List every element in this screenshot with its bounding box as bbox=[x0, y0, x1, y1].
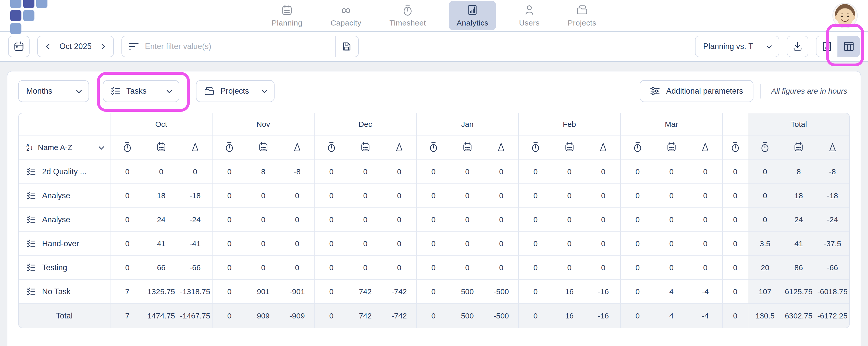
value-cell: -66 bbox=[815, 256, 849, 280]
table-view-button[interactable] bbox=[838, 36, 860, 57]
tab-timesheet[interactable]: Timesheet bbox=[384, 1, 431, 30]
value-cell: -901 bbox=[280, 280, 314, 304]
task-row-name[interactable]: 2d Quality ... bbox=[19, 160, 110, 184]
main-tabs: Planning ∞ Capacity Timesheet Analytics … bbox=[267, 1, 601, 30]
value-cell: 0 bbox=[314, 160, 348, 184]
value-cell: 6302.75 bbox=[782, 304, 815, 327]
value-cell: 0 bbox=[382, 256, 416, 280]
value-cell: 0 bbox=[586, 184, 620, 208]
value-cell: 86 bbox=[782, 256, 815, 280]
period-label: Oct 2025 bbox=[59, 42, 92, 51]
view-toggle bbox=[816, 36, 860, 57]
value-cell: 0 bbox=[314, 184, 348, 208]
chevron-left-icon[interactable] bbox=[46, 44, 52, 49]
date-range-button[interactable] bbox=[8, 36, 30, 57]
timesheet-stopwatch-icon bbox=[722, 135, 748, 160]
tab-analytics[interactable]: Analytics bbox=[449, 1, 496, 30]
value-cell: 0 bbox=[621, 304, 654, 327]
value-cell: 0 bbox=[416, 280, 450, 304]
value-cell: 0 bbox=[110, 208, 144, 232]
divider bbox=[335, 36, 336, 57]
user-avatar[interactable] bbox=[832, 3, 858, 28]
value-cell: 0 bbox=[722, 280, 748, 304]
value-cell: 0 bbox=[722, 184, 748, 208]
value-cell: -37.5 bbox=[815, 232, 849, 256]
total-header: Total bbox=[748, 113, 849, 135]
sliders-icon bbox=[650, 87, 660, 96]
value-cell: 0 bbox=[552, 184, 586, 208]
value-cell: 0 bbox=[688, 160, 722, 184]
value-cell: 0 bbox=[519, 304, 552, 327]
value-cell: 0 bbox=[382, 232, 416, 256]
task-row-name[interactable]: Hand-over bbox=[19, 232, 110, 256]
projects-select[interactable]: Projects bbox=[196, 80, 275, 102]
tab-label: Capacity bbox=[331, 19, 361, 27]
task-row-name[interactable]: Testing bbox=[19, 256, 110, 280]
value-cell: 0 bbox=[688, 256, 722, 280]
tab-users[interactable]: Users bbox=[514, 1, 545, 30]
tasks-value: Tasks bbox=[126, 87, 147, 96]
tab-projects[interactable]: Projects bbox=[563, 1, 601, 30]
task-row-name[interactable]: No Task bbox=[19, 280, 110, 304]
value-cell: -18 bbox=[178, 184, 212, 208]
report-type-select[interactable]: Planning vs. T bbox=[695, 36, 779, 57]
toolbar: Oct 2025 Planning vs. T bbox=[0, 32, 868, 62]
chevron-right-icon bbox=[185, 89, 190, 93]
month-header: Mar bbox=[621, 113, 722, 135]
analytics-table-wrap: OctNovDecJanFebMarTotal AZ↓ Name A-Z 2d … bbox=[18, 113, 850, 328]
checklist-icon bbox=[27, 263, 35, 272]
units-note: All figures are in hours bbox=[771, 87, 847, 95]
tasks-select[interactable]: Tasks bbox=[103, 80, 179, 102]
task-row-name[interactable]: Analyse bbox=[19, 208, 110, 232]
value-cell: 16 bbox=[552, 280, 586, 304]
tab-capacity[interactable]: ∞ Capacity bbox=[325, 1, 366, 30]
value-cell: 0 bbox=[722, 256, 748, 280]
analytics-table: OctNovDecJanFebMarTotal AZ↓ Name A-Z 2d … bbox=[19, 113, 849, 327]
group-by-select[interactable]: Months bbox=[18, 80, 89, 102]
value-cell: 0 bbox=[621, 160, 654, 184]
chart-view-button[interactable] bbox=[816, 36, 838, 57]
app-logo[interactable] bbox=[10, 0, 48, 34]
planned-calendar-icon bbox=[552, 135, 586, 160]
planned-calendar-icon bbox=[450, 135, 484, 160]
value-cell: -24 bbox=[178, 208, 212, 232]
timesheet-stopwatch-icon bbox=[212, 135, 246, 160]
user-icon bbox=[524, 4, 535, 16]
value-cell: 0 bbox=[519, 232, 552, 256]
value-cell: 0 bbox=[552, 208, 586, 232]
filter-input[interactable] bbox=[145, 42, 329, 51]
value-cell: 0 bbox=[178, 160, 212, 184]
value-cell: 0 bbox=[382, 184, 416, 208]
value-cell: 0 bbox=[416, 160, 450, 184]
additional-parameters-button[interactable]: Additional parameters bbox=[640, 80, 753, 102]
value-cell: 0 bbox=[654, 232, 688, 256]
value-cell: 0 bbox=[280, 208, 314, 232]
download-button[interactable] bbox=[787, 36, 808, 57]
value-cell: 107 bbox=[748, 280, 782, 304]
task-row-name[interactable]: Analyse bbox=[19, 184, 110, 208]
sort-dropdown[interactable]: AZ↓ Name A-Z bbox=[19, 135, 110, 160]
top-nav: Planning ∞ Capacity Timesheet Analytics … bbox=[0, 0, 868, 32]
value-cell: 0 bbox=[144, 160, 178, 184]
checklist-icon bbox=[27, 239, 35, 248]
value-cell: 0 bbox=[688, 232, 722, 256]
value-cell: 6125.75 bbox=[782, 280, 815, 304]
save-filter-icon[interactable] bbox=[342, 41, 351, 51]
month-header: Oct bbox=[110, 113, 212, 135]
value-cell: 0 bbox=[212, 304, 246, 327]
delta-icon bbox=[586, 135, 620, 160]
value-cell: 0 bbox=[722, 160, 748, 184]
sort-az-icon: AZ↓ bbox=[26, 144, 33, 151]
value-cell: 742 bbox=[348, 280, 382, 304]
tab-planning[interactable]: Planning bbox=[267, 1, 308, 30]
chevron-right-icon[interactable] bbox=[99, 44, 105, 49]
value-cell: 0 bbox=[586, 232, 620, 256]
value-cell: 20 bbox=[748, 256, 782, 280]
value-cell: 0 bbox=[416, 304, 450, 327]
planned-calendar-icon bbox=[348, 135, 382, 160]
total-row-label: Total bbox=[19, 304, 110, 327]
value-cell: 18 bbox=[144, 184, 178, 208]
value-cell: 0 bbox=[519, 256, 552, 280]
value-cell: 0 bbox=[519, 184, 552, 208]
value-cell: 0 bbox=[654, 208, 688, 232]
